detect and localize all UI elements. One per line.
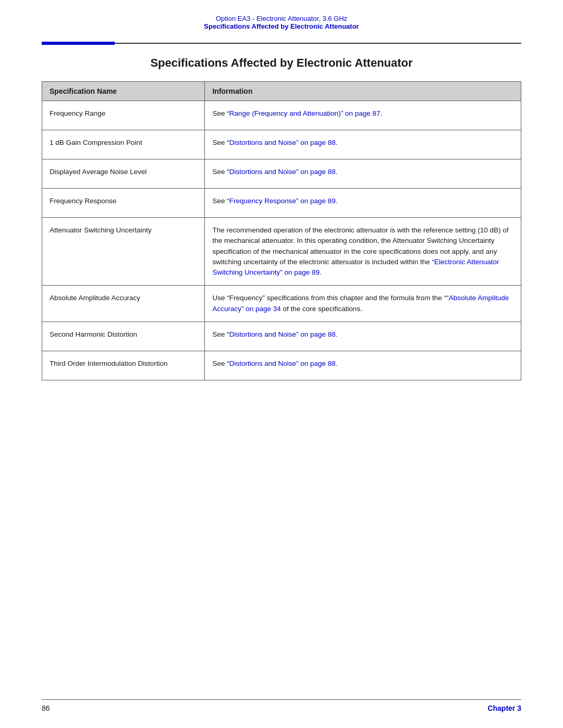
info-suffix: .: [336, 360, 338, 367]
info-suffix: .: [380, 109, 382, 117]
info-suffix: .: [336, 139, 338, 146]
info-prefix: See “: [212, 360, 229, 367]
spec-info-cell: The recommended operation of the electro…: [205, 218, 521, 286]
info-link[interactable]: Distortions and Noise” on page 88: [229, 330, 336, 338]
info-link[interactable]: Distortions and Noise” on page 88: [229, 360, 336, 367]
page-title-area: Specifications Affected by Electronic At…: [0, 45, 563, 81]
spec-info-cell: See “Range (Frequency and Attenuation)” …: [205, 101, 521, 130]
footer-area: 86 Chapter 3: [0, 699, 563, 713]
breadcrumb: Option EA3 - Electronic Attenuator, 3.6 …: [42, 15, 521, 30]
page-container: Option EA3 - Electronic Attenuator, 3.6 …: [0, 0, 563, 728]
decorative-rule: [0, 32, 563, 45]
info-link[interactable]: Frequency Response” on page 89: [229, 197, 336, 205]
table-row: Attenuator Switching UncertaintyThe reco…: [42, 218, 521, 286]
col-header-information: Information: [205, 82, 521, 101]
info-link[interactable]: Distortions and Noise” on page 88: [229, 168, 336, 176]
thin-rule-line: [115, 43, 521, 44]
spec-name-cell: Frequency Range: [42, 101, 205, 130]
spec-name-cell: Absolute Amplitude Accuracy: [42, 286, 205, 322]
spec-info-cell: Use “Frequency” specifications from this…: [205, 286, 521, 322]
page-title: Specifications Affected by Electronic At…: [42, 56, 521, 70]
spec-info-cell: See “Frequency Response” on page 89.: [205, 189, 521, 218]
info-suffix: .: [336, 197, 338, 205]
spec-info-cell: See “Distortions and Noise” on page 88.: [205, 322, 521, 351]
info-prefix: See “: [212, 330, 229, 338]
footer-content: 86 Chapter 3: [42, 704, 521, 712]
info-prefix: See “: [212, 139, 229, 146]
spec-name-cell: Displayed Average Noise Level: [42, 159, 205, 189]
spec-info-cell: See “Distortions and Noise” on page 88.: [205, 130, 521, 159]
info-suffix: .: [320, 268, 322, 276]
header-area: Option EA3 - Electronic Attenuator, 3.6 …: [0, 0, 563, 32]
breadcrumb-line1: Option EA3 - Electronic Attenuator, 3.6 …: [42, 15, 521, 22]
info-link[interactable]: Range (Frequency and Attenuation)” on pa…: [229, 109, 381, 117]
breadcrumb-line2: Specifications Affected by Electronic At…: [42, 22, 521, 30]
table-row: Frequency ResponseSee “Frequency Respons…: [42, 189, 521, 218]
info-suffix: .: [336, 330, 338, 338]
info-link[interactable]: Distortions and Noise” on page 88: [229, 139, 336, 146]
spec-name-cell: Frequency Response: [42, 189, 205, 218]
spec-name-cell: Third Order Intermodulation Distortion: [42, 351, 205, 380]
spec-name-cell: 1 dB Gain Compression Point: [42, 130, 205, 159]
table-row: Third Order Intermodulation DistortionSe…: [42, 351, 521, 380]
table-row: Displayed Average Noise LevelSee “Distor…: [42, 159, 521, 189]
table-row: Frequency RangeSee “Range (Frequency and…: [42, 101, 521, 130]
info-suffix: of the core specifications.: [281, 305, 362, 313]
info-prefix: See “: [212, 109, 229, 117]
footer-rule: [42, 699, 521, 700]
table-row: Second Harmonic DistortionSee “Distortio…: [42, 322, 521, 351]
table-row: Absolute Amplitude AccuracyUse “Frequenc…: [42, 286, 521, 322]
table-header-row: Specification Name Information: [42, 82, 521, 101]
specifications-table: Specification Name Information Frequency…: [42, 81, 521, 380]
info-suffix: .: [336, 168, 338, 176]
info-prefix: See “: [212, 168, 229, 176]
spec-info-cell: See “Distortions and Noise” on page 88.: [205, 351, 521, 380]
info-prefix: See “: [212, 197, 229, 205]
spec-info-cell: See “Distortions and Noise” on page 88.: [205, 159, 521, 189]
table-area: Specification Name Information Frequency…: [0, 81, 563, 380]
footer-page-number: 86: [42, 704, 50, 712]
table-row: 1 dB Gain Compression PointSee “Distorti…: [42, 130, 521, 159]
footer-chapter-label: Chapter 3: [487, 704, 521, 712]
info-text: Use “Frequency” specifications from this…: [212, 294, 446, 302]
col-header-spec-name: Specification Name: [42, 82, 205, 101]
spec-name-cell: Second Harmonic Distortion: [42, 322, 205, 351]
spec-name-cell: Attenuator Switching Uncertainty: [42, 218, 205, 286]
